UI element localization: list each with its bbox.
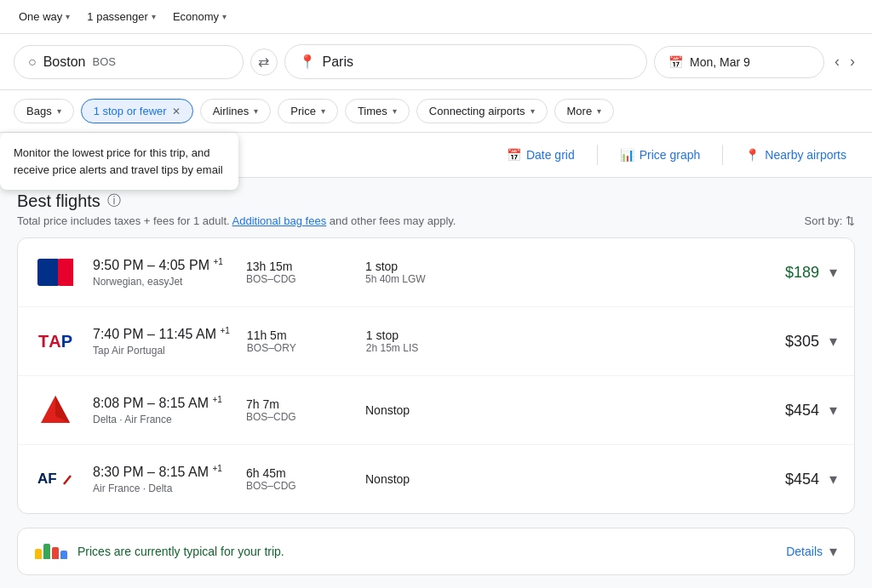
origin-code: BOS [92, 55, 115, 68]
details-button[interactable]: Details [786, 545, 823, 558]
af-slash-icon [61, 474, 73, 486]
stops-filter[interactable]: 1 stop or fewer ✕ [81, 99, 193, 123]
flight-row[interactable]: T A P 7:40 PM – 11:45 AM +1 Tap Air Port… [18, 307, 854, 376]
passengers-chevron: ▾ [152, 12, 156, 21]
price-indicator [35, 544, 67, 559]
sort-row: Sort by: ⇅ [805, 214, 855, 227]
flight-row[interactable]: 9:50 PM – 4:05 PM +1 Norwegian, easyJet … [18, 238, 854, 307]
flight-duration: 6h 45m BOS–CDG [246, 466, 348, 492]
one-way-button[interactable]: One way ▾ [14, 7, 75, 26]
best-flights-info-icon[interactable]: ⓘ [107, 192, 121, 210]
flights-container: 9:50 PM – 4:05 PM +1 Norwegian, easyJet … [17, 237, 855, 514]
flight-duration: 13h 15m BOS–CDG [246, 260, 348, 285]
bag-fees-link[interactable]: Additional bag fees [232, 214, 327, 227]
arrival-offset: +1 [213, 464, 222, 473]
stop-close-icon[interactable]: ✕ [172, 106, 181, 117]
times-filter[interactable]: Times ▾ [345, 99, 410, 123]
airlines-filter[interactable]: Airlines ▾ [200, 99, 272, 123]
price-filter[interactable]: Price ▾ [278, 99, 338, 123]
cabin-button[interactable]: Economy ▾ [168, 7, 232, 26]
flight-row[interactable]: 8:08 PM – 8:15 AM +1 Delta · Air France … [18, 376, 854, 445]
flight-expand-icon[interactable]: ▾ [829, 470, 837, 488]
track-right: 📅 Date grid 📊 Price graph 📍 Nearby airpo… [498, 143, 855, 167]
filter-bar: Bags ▾ 1 stop or fewer ✕ Airlines ▾ Pric… [0, 90, 872, 133]
flight-stops: Nonstop [365, 403, 485, 417]
insight-highlight: typical for your trip. [183, 545, 284, 558]
price-insight-bar: Prices are currently typical for your tr… [17, 528, 855, 575]
departure-time: 8:08 PM – 8:15 AM [93, 397, 209, 411]
main-content: Best flights ⓘ Total price includes taxe… [0, 178, 872, 588]
price-graph-button[interactable]: 📊 Price graph [611, 143, 709, 167]
origin-city: Boston [43, 54, 86, 70]
bags-label: Bags [26, 105, 52, 117]
sort-icon[interactable]: ⇅ [846, 214, 855, 227]
view-divider-2 [722, 145, 723, 165]
origin-icon: ○ [28, 54, 37, 70]
date-grid-label: Date grid [526, 148, 575, 162]
flight-row[interactable]: AF 8:30 PM – 8:15 AM +1 Air France · Del… [18, 445, 854, 513]
cabin-chevron: ▾ [222, 12, 227, 21]
subtitle-suffix: and other fees may apply. [330, 214, 456, 227]
date-grid-button[interactable]: 📅 Date grid [498, 143, 583, 167]
price-insight-left: Prices are currently typical for your tr… [35, 544, 284, 559]
flight-price: $454 [785, 402, 819, 420]
bags-filter[interactable]: Bags ▾ [14, 99, 74, 123]
airline-logo [35, 390, 76, 431]
svg-rect-0 [37, 259, 60, 286]
flight-expand-icon[interactable]: ▾ [829, 263, 837, 282]
af-logo: AF [37, 471, 73, 488]
delta-logo-svg [37, 392, 73, 428]
flight-times: 7:40 PM – 11:45 AM +1 Tap Air Portugal [93, 326, 230, 356]
stop-label: 1 stop or fewer [94, 105, 167, 117]
flight-airline: Norwegian, easyJet [93, 276, 229, 288]
arrival-offset: +1 [220, 326, 229, 335]
flight-expand-icon[interactable]: ▾ [829, 401, 837, 420]
insight-prefix: Prices are currently [77, 545, 183, 558]
insight-expand-icon[interactable]: ▾ [829, 542, 837, 561]
flight-duration: 7h 7m BOS–CDG [246, 397, 348, 423]
svg-line-5 [64, 476, 71, 484]
one-way-chevron: ▾ [66, 12, 70, 21]
more-filter[interactable]: More ▾ [554, 99, 615, 123]
departure-time: 9:50 PM – 4:05 PM [93, 259, 209, 273]
airlines-chevron: ▾ [254, 106, 258, 116]
view-divider-1 [597, 145, 598, 165]
one-way-label: One way [19, 10, 62, 23]
flight-expand-icon[interactable]: ▾ [829, 332, 837, 351]
page-title: Best flights [17, 191, 100, 211]
top-bar: One way ▾ 1 passenger ▾ Economy ▾ [0, 0, 872, 34]
flight-airline: Delta · Air France [93, 414, 229, 425]
tap-logo: T A P [38, 332, 72, 351]
bar-high [52, 547, 59, 559]
destination-field[interactable]: 📍 Paris [284, 44, 648, 79]
passengers-button[interactable]: 1 passenger ▾ [82, 7, 161, 26]
date-field[interactable]: 📅 Mon, Mar 9 [654, 46, 824, 78]
date-grid-icon: 📅 [507, 148, 521, 162]
best-flights-header: Best flights ⓘ [17, 191, 855, 211]
next-date-button[interactable]: › [846, 49, 858, 74]
flight-airline: Tap Air Portugal [93, 345, 230, 357]
flight-price: $454 [785, 471, 819, 488]
subtitle: Total price includes taxes + fees for 1 … [17, 214, 855, 227]
more-chevron: ▾ [597, 106, 601, 116]
prev-date-button[interactable]: ‹ [831, 49, 843, 74]
times-chevron: ▾ [393, 106, 397, 116]
flight-duration: 11h 5m BOS–ORY [247, 328, 349, 354]
more-label: More [567, 105, 593, 117]
connecting-label: Connecting airports [429, 105, 525, 117]
flight-stops: 1 stop 5h 40m LGW [365, 260, 485, 285]
departure-time: 7:40 PM – 11:45 AM [93, 328, 216, 342]
airline-logo: AF [35, 459, 76, 500]
connecting-airports-filter[interactable]: Connecting airports ▾ [416, 99, 548, 123]
origin-field[interactable]: ○ Boston BOS [14, 45, 244, 79]
flight-stops: 1 stop 2h 15m LIS [366, 328, 485, 354]
date-value: Mon, Mar 9 [690, 55, 750, 69]
swap-button[interactable]: ⇄ [250, 49, 278, 76]
nearby-airports-button[interactable]: 📍 Nearby airports [737, 143, 855, 167]
subtitle-prefix: Total price includes taxes + fees for 1 … [17, 214, 230, 227]
arrival-offset: +1 [213, 395, 222, 404]
price-label: Price [290, 105, 316, 117]
airline-logo [35, 252, 76, 293]
calendar-icon: 📅 [668, 55, 683, 69]
tooltip-text: Monitor the lowest price for this trip, … [14, 146, 223, 176]
